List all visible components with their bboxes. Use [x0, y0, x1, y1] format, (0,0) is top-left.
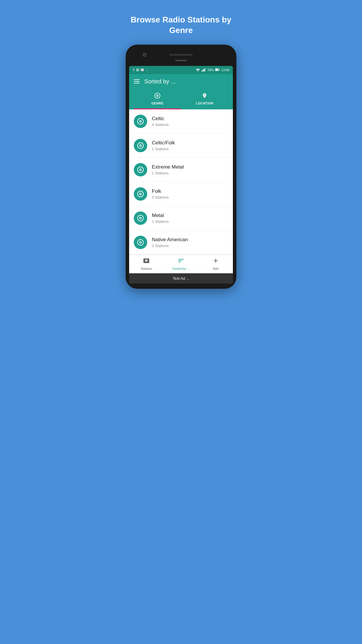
genre-item-celtic[interactable]: Celtic 4 Stations: [129, 109, 233, 134]
status-bar: S 🖼 📰 ...: [129, 66, 233, 74]
svg-point-28: [146, 260, 147, 261]
battery-icon: [215, 68, 220, 72]
stations-nav-label: Stations: [140, 267, 152, 270]
svg-rect-3: [205, 68, 206, 71]
genre-name-metal: Metal: [152, 213, 169, 218]
genre-count-celtic: 4 Stations: [152, 123, 169, 127]
genre-count-celtic-folk: 1 Stations: [152, 147, 175, 151]
genre-count-native-american: 1 Stations: [152, 244, 188, 248]
wifi-icon: [196, 68, 200, 72]
genre-info-celtic-folk: Celtic/Folk 1 Stations: [152, 140, 175, 151]
location-tab-icon: [202, 92, 208, 100]
svg-rect-0: [202, 70, 203, 71]
phone-camera: [143, 53, 147, 57]
radio-icon-celtic: [134, 115, 147, 128]
s-icon: S: [133, 68, 135, 71]
svg-point-15: [140, 145, 141, 146]
app-bar: Sorted by ... GENRE: [129, 74, 233, 109]
svg-rect-5: [219, 69, 220, 70]
genre-name-native-american: Native American: [152, 237, 188, 243]
location-tab-label: LOCATION: [196, 102, 214, 105]
genre-item-folk[interactable]: Folk 3 Stations: [129, 182, 233, 206]
tab-location[interactable]: LOCATION: [181, 90, 228, 109]
page-title: Browse Radio Stations by Genre: [121, 6, 241, 45]
genre-list: Celtic 4 Stations Celtic/Folk: [129, 109, 233, 255]
page-wrapper: Browse Radio Stations by Genre S 🖼 📰 ...: [121, 6, 241, 289]
genre-item-celtic-folk[interactable]: Celtic/Folk 1 Stations: [129, 134, 233, 158]
genre-item-extreme-metal[interactable]: Extreme Metal 1 Stations: [129, 158, 233, 182]
radio-icon-native-american: [134, 236, 147, 249]
status-right: 78% 13:00: [196, 68, 229, 72]
add-nav-icon: [212, 257, 219, 266]
genre-tab-icon: [154, 92, 161, 100]
genre-item-metal[interactable]: Metal 1 Stations: [129, 206, 233, 230]
phone-screen: S 🖼 📰 ...: [129, 66, 233, 284]
bottom-nav-sorted[interactable]: Sorted by ...: [164, 257, 198, 270]
tabs-container: GENRE LOCATION: [134, 90, 228, 109]
genre-name-celtic: Celtic: [152, 116, 169, 122]
radio-icon-metal: [134, 211, 147, 225]
svg-rect-6: [215, 69, 218, 71]
svg-rect-2: [204, 69, 205, 71]
status-left: S 🖼 📰 ...: [133, 68, 148, 71]
svg-point-18: [140, 169, 141, 170]
phone-speaker: [169, 54, 193, 56]
bottom-nav: Stations Sorted by ...: [129, 255, 233, 273]
genre-name-celtic-folk: Celtic/Folk: [152, 140, 175, 146]
phone-home-button: [175, 60, 187, 61]
signal-icon: [202, 68, 206, 72]
radio-icon-folk: [134, 187, 147, 201]
svg-point-12: [140, 121, 141, 122]
genre-info-native-american: Native American 1 Stations: [152, 237, 188, 248]
svg-point-21: [140, 193, 141, 195]
radio-icon-celtic-folk: [134, 139, 147, 152]
bottom-nav-add[interactable]: Add: [198, 257, 233, 270]
bottom-nav-stations[interactable]: Stations: [129, 257, 164, 270]
tab-genre[interactable]: GENRE: [134, 90, 181, 109]
svg-point-27: [140, 242, 141, 243]
genre-info-folk: Folk 3 Stations: [152, 188, 169, 200]
genre-info-metal: Metal 1 Stations: [152, 213, 169, 224]
genre-name-extreme-metal: Extreme Metal: [152, 164, 184, 170]
genre-count-folk: 3 Stations: [152, 195, 169, 200]
genre-tab-label: GENRE: [151, 102, 164, 105]
genre-count-metal: 1 Stations: [152, 219, 169, 224]
genre-info-celtic: Celtic 4 Stations: [152, 116, 169, 127]
dots-icon: ...: [145, 68, 148, 71]
time: 13:00: [221, 68, 229, 72]
sorted-nav-label: Sorted by ...: [172, 267, 189, 270]
sorted-nav-icon: [178, 257, 184, 266]
add-nav-label: Add: [213, 267, 219, 270]
radio-icon-extreme-metal: [134, 163, 147, 176]
genre-name-folk: Folk: [152, 188, 169, 194]
phone-frame: S 🖼 📰 ...: [126, 45, 236, 289]
svg-point-9: [157, 95, 158, 96]
svg-point-24: [140, 218, 141, 219]
genre-item-native-american[interactable]: Native American 1 Stations: [129, 230, 233, 255]
stations-nav-icon: [143, 257, 150, 266]
genre-info-extreme-metal: Extreme Metal 1 Stations: [152, 164, 184, 175]
news-icon: 📰: [140, 68, 144, 71]
genre-count-extreme-metal: 1 Stations: [152, 171, 184, 175]
ad-banner: Test Ad ...: [129, 273, 233, 284]
hamburger-button[interactable]: [134, 79, 140, 83]
svg-rect-1: [203, 69, 204, 71]
ad-text: Test Ad ...: [173, 276, 189, 281]
image-icon: 🖼: [136, 68, 139, 71]
app-bar-title: Sorted by ...: [144, 78, 176, 85]
app-bar-top: Sorted by ...: [134, 78, 228, 85]
battery-percent: 78%: [207, 68, 214, 72]
